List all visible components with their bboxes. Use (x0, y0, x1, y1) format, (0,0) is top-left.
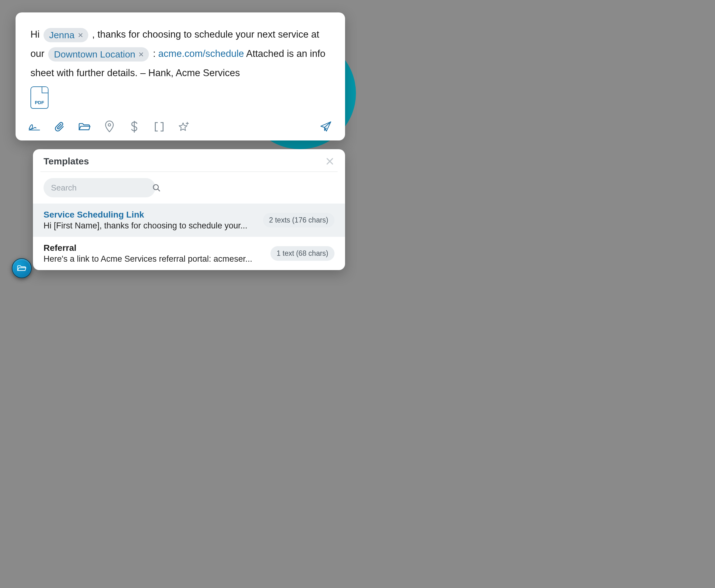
paper-plane-icon (320, 121, 332, 133)
template-stats-badge: 2 texts (176 chars) (263, 213, 334, 228)
template-stats-badge: 1 text (68 chars) (270, 246, 334, 261)
search-icon (152, 183, 161, 192)
composer-toolbar (16, 115, 345, 141)
msg-segment: Hi (30, 29, 42, 40)
placeholder-button[interactable] (152, 120, 166, 134)
templates-search[interactable] (43, 178, 156, 197)
template-snippet: Here's a link to Acme Services referral … (43, 254, 263, 264)
schedule-link[interactable]: acme.com/schedule (158, 48, 244, 59)
search-input[interactable] (51, 183, 152, 193)
close-icon[interactable] (78, 32, 83, 38)
location-button[interactable] (103, 120, 116, 134)
close-icon (325, 156, 334, 166)
chip-label: Downtown Location (54, 48, 135, 61)
chip-label: Jenna (49, 28, 75, 42)
close-icon[interactable] (138, 51, 144, 57)
folder-open-icon (78, 122, 91, 132)
template-title: Service Scheduling Link (43, 210, 256, 220)
svg-point-0 (108, 124, 111, 126)
chip-location[interactable]: Downtown Location (48, 47, 149, 62)
message-text: Hi Jenna , thanks for choosing to schedu… (30, 25, 330, 83)
dollar-icon (130, 121, 139, 133)
templates-fab[interactable] (12, 258, 32, 278)
chip-first-name[interactable]: Jenna (43, 28, 88, 42)
signature-icon (28, 122, 41, 132)
template-item[interactable]: Service Scheduling Link Hi [First Name],… (33, 204, 345, 237)
brackets-icon (154, 121, 164, 132)
star-plus-icon (178, 121, 190, 133)
favorite-button[interactable] (177, 120, 191, 134)
folder-open-icon (17, 264, 27, 272)
signature-button[interactable] (28, 120, 42, 134)
template-title: Referral (43, 243, 263, 253)
pdf-attachment[interactable]: PDF (30, 86, 48, 109)
templates-header: Templates (33, 149, 345, 170)
payment-button[interactable] (127, 120, 141, 134)
send-button[interactable] (319, 120, 333, 134)
templates-panel: Templates Service Scheduling Link Hi [Fi… (33, 149, 345, 270)
message-composer-card: Hi Jenna , thanks for choosing to schedu… (16, 13, 345, 141)
msg-segment: : (153, 48, 158, 59)
pdf-label: PDF (35, 100, 44, 105)
template-snippet: Hi [First Name], thanks for choosing to … (43, 221, 256, 231)
template-item[interactable]: Referral Here's a link to Acme Services … (33, 237, 345, 270)
location-pin-icon (105, 121, 114, 133)
templates-button[interactable] (78, 120, 91, 134)
attach-button[interactable] (53, 120, 66, 134)
close-templates-button[interactable] (325, 156, 334, 166)
message-body-area[interactable]: Hi Jenna , thanks for choosing to schedu… (16, 13, 345, 115)
paperclip-icon (55, 121, 65, 133)
templates-title: Templates (43, 156, 89, 167)
